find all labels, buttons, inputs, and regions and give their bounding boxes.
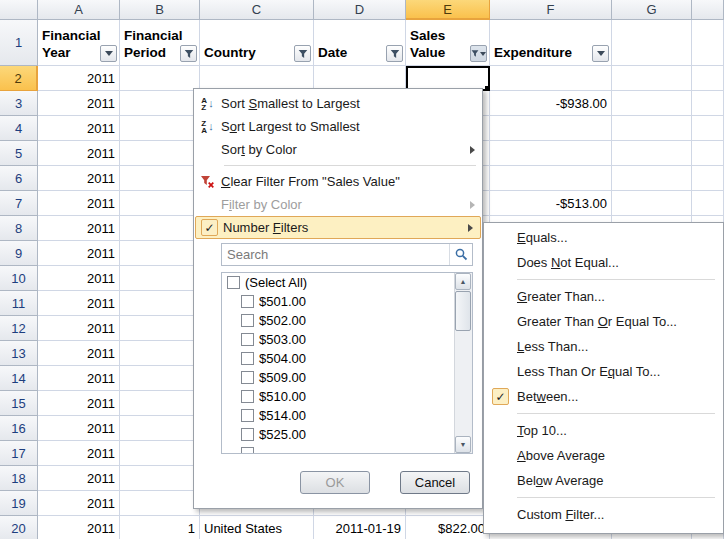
column-header-C[interactable]: C — [200, 0, 314, 20]
header-cell-A1[interactable]: Financial Year — [38, 20, 120, 66]
cell-B10[interactable] — [120, 266, 200, 291]
menu-item-sort-smallest-to-largest[interactable]: AZ↓Sort Smallest to Largest — [194, 92, 482, 115]
cell-C20[interactable]: United States — [200, 516, 314, 539]
cell-G6[interactable] — [612, 166, 692, 191]
cell-B19[interactable] — [120, 491, 200, 516]
filter-value-item[interactable]: $503.00 — [222, 330, 455, 349]
filter-button-C[interactable] — [294, 45, 311, 62]
row-header-6[interactable]: 6 — [0, 166, 38, 191]
cell-B6[interactable] — [120, 166, 200, 191]
cell-H3[interactable] — [692, 91, 724, 116]
row-header-19[interactable]: 19 — [0, 491, 38, 516]
menu-item-custom-filter[interactable]: Custom Filter... — [484, 502, 723, 527]
row-header-11[interactable]: 11 — [0, 291, 38, 316]
cell-F6[interactable] — [490, 166, 612, 191]
filter-value-checkbox[interactable] — [241, 428, 254, 441]
cell-E20[interactable]: $822.00 — [406, 516, 490, 539]
cell-A12[interactable]: 2011 — [38, 316, 120, 341]
cell-A8[interactable]: 2011 — [38, 216, 120, 241]
row-header-10[interactable]: 10 — [0, 266, 38, 291]
row-header-7[interactable]: 7 — [0, 191, 38, 216]
cell-B17[interactable] — [120, 441, 200, 466]
cell-G3[interactable] — [612, 91, 692, 116]
cell-A10[interactable]: 2011 — [38, 266, 120, 291]
cell-B7[interactable] — [120, 191, 200, 216]
cell-F7[interactable]: -$513.00 — [490, 191, 612, 216]
cell-A16[interactable]: 2011 — [38, 416, 120, 441]
menu-item-greater-than[interactable]: Greater Than... — [484, 284, 723, 309]
cell-B3[interactable] — [120, 91, 200, 116]
scroll-down-button[interactable]: ▼ — [455, 436, 471, 453]
filter-value-item[interactable]: $501.00 — [222, 292, 455, 311]
column-header-B[interactable]: B — [120, 0, 200, 20]
cell-G7[interactable] — [612, 191, 692, 216]
search-icon[interactable] — [449, 244, 472, 265]
cell-H7[interactable] — [692, 191, 724, 216]
filter-value-checkbox[interactable] — [241, 295, 254, 308]
scrollbar[interactable]: ▲ ▼ — [454, 273, 472, 453]
filter-button-D[interactable] — [386, 45, 403, 62]
cell-A14[interactable]: 2011 — [38, 366, 120, 391]
cell-B15[interactable] — [120, 391, 200, 416]
menu-item-greater-than-or-equal-to[interactable]: Greater Than Or Equal To... — [484, 309, 723, 334]
cell-B18[interactable] — [120, 466, 200, 491]
cell-A2[interactable]: 2011 — [38, 66, 120, 91]
filter-value-item[interactable]: $502.00 — [222, 311, 455, 330]
filter-value-item-partial[interactable] — [222, 444, 455, 454]
cell-H4[interactable] — [692, 116, 724, 141]
row-header-16[interactable]: 16 — [0, 416, 38, 441]
header-cell-D1[interactable]: Date — [314, 20, 406, 66]
cell-D20[interactable]: 2011-01-19 — [314, 516, 406, 539]
menu-item-sort-by-color[interactable]: Sort by Color — [194, 138, 482, 161]
filter-value-checkbox[interactable] — [241, 371, 254, 384]
cell-B12[interactable] — [120, 316, 200, 341]
filter-value-checkbox[interactable] — [241, 390, 254, 403]
search-input[interactable] — [222, 244, 449, 265]
cell-G2[interactable] — [612, 66, 692, 91]
cell-B5[interactable] — [120, 141, 200, 166]
row-header-3[interactable]: 3 — [0, 91, 38, 116]
row-header-4[interactable]: 4 — [0, 116, 38, 141]
filter-value-item[interactable]: $514.00 — [222, 406, 455, 425]
column-header-D[interactable]: D — [314, 0, 406, 20]
row-header-2[interactable]: 2 — [0, 66, 38, 91]
cell-H6[interactable] — [692, 166, 724, 191]
menu-item-above-average[interactable]: Above Average — [484, 443, 723, 468]
cell-A20[interactable]: 2011 — [38, 516, 120, 539]
header-cell-partial[interactable] — [692, 20, 724, 66]
cell-H5[interactable] — [692, 141, 724, 166]
row-header-9[interactable]: 9 — [0, 241, 38, 266]
cell-A15[interactable]: 2011 — [38, 391, 120, 416]
menu-item-less-than[interactable]: Less Than... — [484, 334, 723, 359]
cell-A5[interactable]: 2011 — [38, 141, 120, 166]
filter-value-checkbox[interactable] — [241, 333, 254, 346]
filter-value-item[interactable]: $504.00 — [222, 349, 455, 368]
cell-G5[interactable] — [612, 141, 692, 166]
menu-item-sort-largest-to-smallest[interactable]: ZA↓Sort Largest to Smallest — [194, 115, 482, 138]
cell-B4[interactable] — [120, 116, 200, 141]
filter-value-checkbox[interactable] — [241, 352, 254, 365]
row-header-8[interactable]: 8 — [0, 216, 38, 241]
menu-item-between[interactable]: ✓Between... — [484, 384, 723, 409]
cell-B2[interactable] — [120, 66, 200, 91]
cell-F4[interactable] — [490, 116, 612, 141]
cell-F5[interactable] — [490, 141, 612, 166]
cell-A7[interactable]: 2011 — [38, 191, 120, 216]
ok-button[interactable]: OK — [300, 471, 370, 494]
cell-B8[interactable] — [120, 216, 200, 241]
menu-item-clear-filter-from-sales-value[interactable]: Clear Filter From "Sales Value" — [194, 170, 482, 193]
cell-A13[interactable]: 2011 — [38, 341, 120, 366]
cell-A19[interactable]: 2011 — [38, 491, 120, 516]
row-header-14[interactable]: 14 — [0, 366, 38, 391]
cell-B9[interactable] — [120, 241, 200, 266]
fill-handle[interactable] — [485, 86, 490, 91]
filter-value-checkbox[interactable] — [241, 447, 254, 454]
header-cell-G1[interactable] — [612, 20, 692, 66]
row-header-12[interactable]: 12 — [0, 316, 38, 341]
column-header-F[interactable]: F — [490, 0, 612, 20]
row-header-20[interactable]: 20 — [0, 516, 38, 539]
menu-item-does-not-equal[interactable]: Does Not Equal... — [484, 250, 723, 275]
filter-button-F[interactable] — [592, 45, 609, 62]
menu-item-equals[interactable]: Equals... — [484, 225, 723, 250]
column-header-A[interactable]: A — [38, 0, 120, 20]
